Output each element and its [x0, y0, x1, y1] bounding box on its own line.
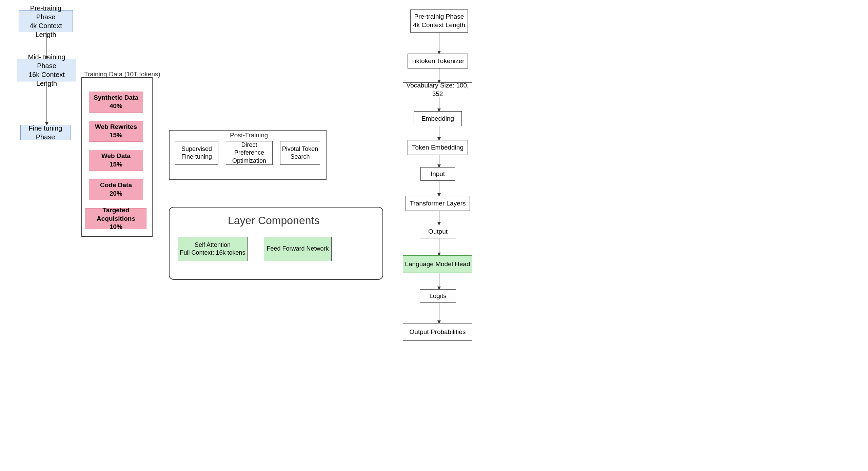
logits-box: Logits: [420, 289, 456, 303]
output-prob-box: Output Probabilities: [403, 323, 472, 341]
vocab-box: Vocabulary Size: 100, 352: [403, 82, 472, 97]
lm-head-box: Language Model Head: [403, 255, 472, 273]
tiktoken-box: Tiktoken Tokenizer: [408, 54, 468, 68]
code-data-box: Code Data 20%: [89, 179, 143, 200]
synthetic-data-box: Synthetic Data 40%: [89, 92, 143, 113]
transformer-layers-box: Transformer Layers: [406, 196, 470, 211]
arch-pre-training-box: Pre-trainig Phase 4k Context Length: [410, 9, 468, 33]
training-data-title: Training Data (10T tokens): [84, 71, 160, 78]
input-box: Input: [420, 167, 455, 181]
main-diagram: Pre-trainig Phase 4k Context Length Mid-…: [0, 0, 868, 471]
web-rewrites-box: Web Rewrites 15%: [89, 121, 143, 142]
web-data-box: Web Data 15%: [89, 150, 143, 171]
post-training-title: Post-Training: [230, 132, 268, 139]
pts-box: Pivotal Token Search: [280, 141, 320, 165]
mid-training-box: Mid- training Phase 16k Context Length: [17, 59, 76, 81]
sft-box: Supervised Fine-tuning: [175, 141, 218, 165]
token-embedding-box: Token Embedding: [408, 140, 468, 155]
dpo-box: Direct Preference Optimization: [226, 141, 273, 165]
self-attention-box: Self Attention Full Context: 16k tokens: [178, 237, 248, 261]
targeted-acquisitions-box: Targeted Acquisitions 10%: [85, 208, 146, 229]
pre-training-box: Pre-trainig Phase 4k Context Length: [19, 10, 73, 32]
embedding-box: Embedding: [414, 111, 462, 126]
layer-components-title: Layer Components: [228, 214, 319, 227]
feed-forward-box: Feed Forward Network: [264, 237, 332, 261]
fine-tuning-box: Fine tuning Phase: [20, 125, 71, 140]
output-box: Output: [420, 225, 456, 238]
